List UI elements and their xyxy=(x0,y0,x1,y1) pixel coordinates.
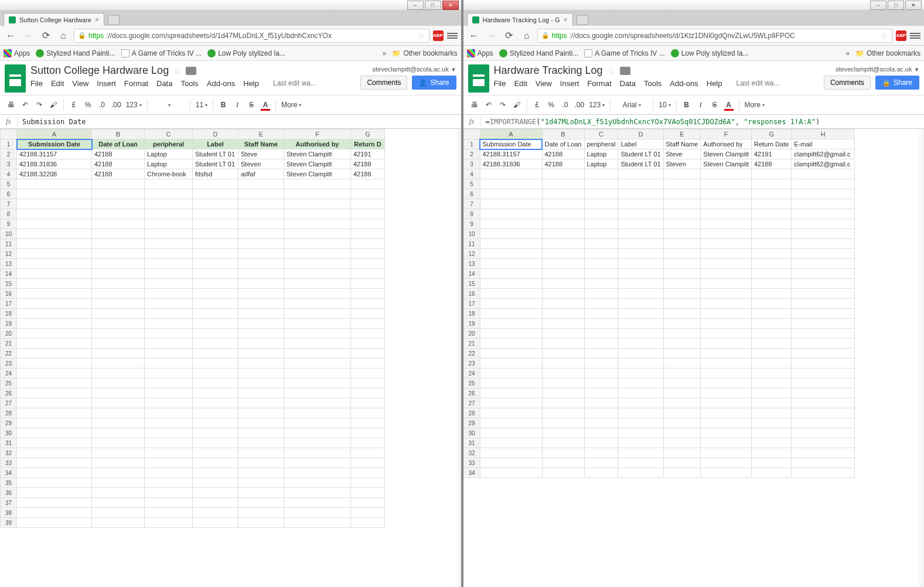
row-header[interactable]: 6 xyxy=(463,189,480,199)
cell[interactable] xyxy=(663,398,701,408)
cell[interactable] xyxy=(351,359,385,368)
row-header[interactable]: 12 xyxy=(1,249,17,259)
cell[interactable] xyxy=(792,309,855,319)
tab-close-icon[interactable]: × xyxy=(95,16,99,24)
cell[interactable]: Laptop xyxy=(145,159,193,169)
cell[interactable] xyxy=(238,189,284,199)
cell[interactable]: Steve xyxy=(663,149,701,159)
cell[interactable] xyxy=(792,458,855,468)
row-header[interactable]: 33 xyxy=(463,458,480,468)
cell[interactable] xyxy=(351,488,385,498)
cell[interactable] xyxy=(193,498,238,508)
cell[interactable] xyxy=(792,189,855,199)
last-edit-text[interactable]: Last edit wa... xyxy=(273,79,316,88)
cell[interactable] xyxy=(17,518,92,528)
cell[interactable] xyxy=(284,438,351,448)
cell[interactable] xyxy=(238,448,284,458)
cell[interactable] xyxy=(238,359,284,368)
cell[interactable] xyxy=(792,319,855,329)
cell[interactable] xyxy=(701,359,752,368)
cell[interactable] xyxy=(17,339,92,349)
bookmark-hand[interactable]: Stylized Hand Painti... xyxy=(36,49,115,57)
cell[interactable] xyxy=(584,339,618,349)
cell[interactable] xyxy=(618,289,663,299)
row-header[interactable]: 15 xyxy=(1,279,17,289)
cell[interactable]: Steven Clampitt xyxy=(284,169,351,179)
cell[interactable] xyxy=(17,428,92,438)
window-close-light[interactable]: ✕ xyxy=(905,1,922,10)
cell[interactable] xyxy=(92,189,145,199)
cell[interactable] xyxy=(238,508,284,518)
cell[interactable] xyxy=(618,249,663,259)
cell[interactable] xyxy=(193,468,238,478)
row-header[interactable]: 1 xyxy=(1,139,17,149)
row-header[interactable]: 17 xyxy=(463,299,480,309)
cell[interactable] xyxy=(618,219,663,229)
cell[interactable] xyxy=(480,438,542,448)
cell[interactable] xyxy=(480,199,542,209)
cell[interactable] xyxy=(663,239,701,249)
cell[interactable] xyxy=(284,368,351,378)
cell[interactable] xyxy=(480,418,542,428)
menu-data[interactable]: Data xyxy=(156,79,172,88)
cell[interactable] xyxy=(238,498,284,508)
cell[interactable] xyxy=(663,199,701,209)
bookmark-lowpoly[interactable]: Low Poly stylized la... xyxy=(207,49,285,57)
column-header[interactable]: D xyxy=(618,129,663,139)
cell[interactable] xyxy=(284,249,351,259)
cell[interactable] xyxy=(351,498,385,508)
cell[interactable] xyxy=(584,428,618,438)
cell[interactable] xyxy=(92,309,145,319)
cell[interactable] xyxy=(351,339,385,349)
cell[interactable] xyxy=(701,269,752,279)
cell[interactable] xyxy=(351,438,385,448)
cell[interactable] xyxy=(480,229,542,239)
cell[interactable] xyxy=(193,349,238,359)
cell[interactable] xyxy=(752,199,792,209)
cell[interactable] xyxy=(284,388,351,398)
cell[interactable] xyxy=(663,468,701,478)
row-header[interactable]: 25 xyxy=(463,378,480,388)
sheets-logo-icon[interactable] xyxy=(5,64,26,93)
cell[interactable] xyxy=(145,488,193,498)
menu-data[interactable]: Data xyxy=(620,79,636,88)
cell[interactable] xyxy=(584,279,618,289)
cell[interactable] xyxy=(145,508,193,518)
cell[interactable] xyxy=(701,398,752,408)
forward-button[interactable]: → xyxy=(21,29,35,43)
fontsize-dropdown[interactable]: 10 xyxy=(657,98,672,112)
cell[interactable] xyxy=(792,269,855,279)
cell[interactable] xyxy=(351,249,385,259)
cell[interactable] xyxy=(17,249,92,259)
cell[interactable] xyxy=(284,309,351,319)
select-all-corner[interactable] xyxy=(1,129,17,139)
row-header[interactable]: 28 xyxy=(1,408,17,418)
row-header[interactable]: 10 xyxy=(1,229,17,239)
cell[interactable] xyxy=(752,179,792,189)
cell[interactable]: 42188 xyxy=(752,159,792,169)
cell[interactable] xyxy=(542,378,584,388)
window-close[interactable]: ✕ xyxy=(442,1,459,10)
cell[interactable] xyxy=(542,309,584,319)
menu-format[interactable]: Format xyxy=(587,79,611,88)
cell[interactable]: Student LT 01 xyxy=(618,149,663,159)
row-header[interactable]: 9 xyxy=(1,219,17,229)
bookmark-hand[interactable]: Stylized Hand Painti... xyxy=(499,49,578,57)
browser-tab[interactable]: Hardware Tracking Log - G × xyxy=(467,13,573,26)
row-header[interactable]: 13 xyxy=(463,259,480,269)
cell[interactable] xyxy=(193,448,238,458)
cell[interactable] xyxy=(284,179,351,189)
cell[interactable] xyxy=(701,169,752,179)
strike-button[interactable]: S xyxy=(245,98,258,112)
cell[interactable] xyxy=(701,259,752,269)
cell[interactable] xyxy=(193,289,238,299)
cell[interactable] xyxy=(584,169,618,179)
cell[interactable] xyxy=(17,438,92,448)
cell[interactable] xyxy=(92,219,145,229)
cell[interactable] xyxy=(480,398,542,408)
cell[interactable] xyxy=(193,339,238,349)
cell[interactable] xyxy=(542,329,584,339)
cell[interactable] xyxy=(618,418,663,428)
cell[interactable]: 42188.31157 xyxy=(480,149,542,159)
cell[interactable]: Laptop xyxy=(584,159,618,169)
